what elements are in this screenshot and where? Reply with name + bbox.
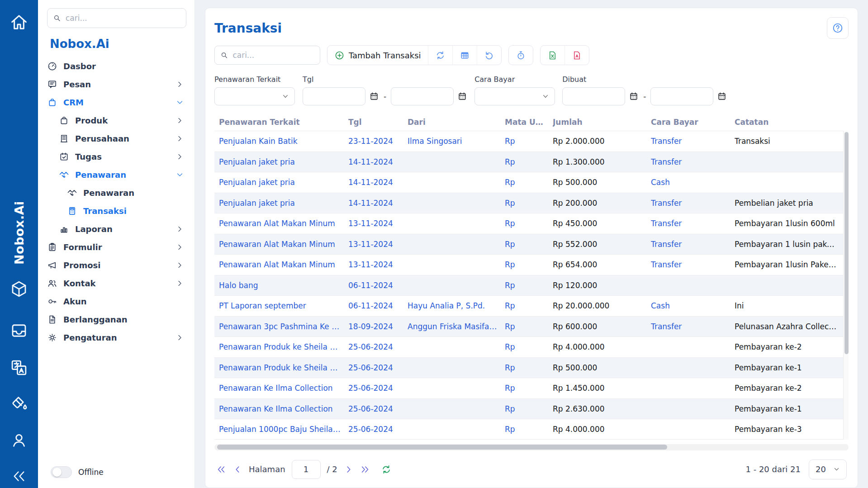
sidebar-item-penawaran-sub[interactable]: Penawaran <box>47 184 186 202</box>
cell-cara-bayar[interactable]: Transfer <box>651 199 735 208</box>
table-row[interactable]: Penawaran Alat Makan Minum13-11-2024RpRp… <box>214 234 843 255</box>
sidebar-item-tugas[interactable]: Tugas <box>47 147 186 166</box>
table-row[interactable]: Penjualan jaket pria14-11-2024RpRp 1.300… <box>214 152 843 172</box>
sidebar-item-berlangganan[interactable]: Berlangganan <box>47 310 186 328</box>
sidebar-search[interactable] <box>47 8 186 28</box>
cell-cara-bayar[interactable]: Transfer <box>651 322 735 331</box>
cell-mata-uang[interactable]: Rp <box>505 157 553 166</box>
cell-cara-bayar[interactable]: Transfer <box>651 240 735 249</box>
cell-tgl[interactable]: 06-11-2024 <box>348 301 408 310</box>
sidebar-item-produk[interactable]: Produk <box>47 111 186 129</box>
calendar-icon[interactable] <box>717 91 727 101</box>
stopwatch-button[interactable] <box>509 46 533 65</box>
filter-tgl-to-input[interactable] <box>391 87 454 105</box>
cell-mata-uang[interactable]: Rp <box>505 425 553 434</box>
cell-cara-bayar[interactable]: Cash <box>651 178 735 187</box>
package-icon[interactable] <box>9 280 28 298</box>
cell-mata-uang[interactable]: Rp <box>505 322 553 331</box>
cell-mata-uang[interactable]: Rp <box>505 384 553 393</box>
filter-dibuat-from-input[interactable] <box>562 87 625 105</box>
cell-tgl[interactable]: 13-11-2024 <box>348 240 408 249</box>
sidebar-item-perusahaan[interactable]: Perusahaan <box>47 129 186 147</box>
table-row[interactable]: Penjualan Kain Batik23-11-2024Ilma Singo… <box>214 131 843 152</box>
filter-cara-bayar-select[interactable] <box>474 87 555 105</box>
filter-dibuat-to-input[interactable] <box>650 87 713 105</box>
cell-penawaran-terkait[interactable]: Penawaran Alat Makan Minum <box>219 240 348 249</box>
cell-mata-uang[interactable]: Rp <box>505 301 553 310</box>
table-row[interactable]: Penjualan jaket pria14-11-2024RpRp 200.0… <box>214 193 843 213</box>
inbox-icon[interactable] <box>9 321 28 340</box>
cell-tgl[interactable]: 13-11-2024 <box>348 260 408 269</box>
sidebar-item-pengaturan[interactable]: Pengaturan <box>47 328 186 346</box>
horizontal-scrollbar-thumb[interactable] <box>217 445 667 450</box>
offline-toggle[interactable] <box>51 466 72 478</box>
column-header-penawaran-terkait[interactable]: Penawaran Terkait <box>219 118 348 127</box>
cell-tgl[interactable]: 25-06-2024 <box>348 404 408 413</box>
cell-mata-uang[interactable]: Rp <box>505 363 553 372</box>
cell-penawaran-terkait[interactable]: Penjualan jaket pria <box>219 178 348 187</box>
refresh-button[interactable] <box>428 46 452 65</box>
last-page-icon[interactable] <box>360 464 370 474</box>
sidebar-item-kontak[interactable]: Kontak <box>47 274 186 292</box>
cell-tgl[interactable]: 25-06-2024 <box>348 425 408 434</box>
cell-penawaran-terkait[interactable]: Penawaran Produk ke Sheila C… <box>219 342 348 351</box>
sidebar-item-promosi[interactable]: Promosi <box>47 256 186 274</box>
sidebar-item-pesan[interactable]: Pesan <box>47 75 186 93</box>
next-page-icon[interactable] <box>344 464 354 474</box>
table-row[interactable]: Penawaran Produk ke Sheila C…25-06-2024R… <box>214 336 843 357</box>
cell-penawaran-terkait[interactable]: Penjualan jaket pria <box>219 157 348 166</box>
export-pdf-button[interactable] <box>564 46 589 65</box>
column-header-jumlah[interactable]: Jumlah <box>553 118 651 127</box>
cell-tgl[interactable]: 23-11-2024 <box>348 137 408 146</box>
cell-dari[interactable]: Ilma Singosari <box>408 137 505 146</box>
paint-bucket-icon[interactable] <box>9 393 28 412</box>
sidebar-item-formulir[interactable]: Formulir <box>47 238 186 256</box>
cell-tgl[interactable]: 14-11-2024 <box>348 157 408 166</box>
column-header-mata-uang[interactable]: Mata Ua… <box>505 118 553 127</box>
table-row[interactable]: Penawaran 3pc Pashmina Ke A…18-09-2024An… <box>214 316 843 337</box>
vertical-scrollbar-thumb[interactable] <box>844 132 849 354</box>
sidebar-item-akun[interactable]: Akun <box>47 292 186 310</box>
table-row[interactable]: Penjualan jaket pria14-11-2024RpRp 500.0… <box>214 172 843 193</box>
cell-tgl[interactable]: 25-06-2024 <box>348 363 408 372</box>
cell-tgl[interactable]: 13-11-2024 <box>348 219 408 228</box>
table-row[interactable]: Penawaran Alat Makan Minum13-11-2024RpRp… <box>214 213 843 234</box>
cell-dari[interactable]: Anggun Friska Masifat… <box>408 322 505 331</box>
cell-cara-bayar[interactable]: Transfer <box>651 157 735 166</box>
cell-penawaran-terkait[interactable]: Penjualan Kain Batik <box>219 137 348 146</box>
cell-penawaran-terkait[interactable]: Penawaran Ke Ilma Collection <box>219 384 348 393</box>
filter-penawaran-select[interactable] <box>214 87 295 105</box>
cell-tgl[interactable]: 14-11-2024 <box>348 199 408 208</box>
column-header-cara-bayar[interactable]: Cara Bayar <box>651 118 735 127</box>
table-search[interactable] <box>214 46 320 65</box>
table-row[interactable]: Penawaran Ke Ilma Collection25-06-2024Rp… <box>214 378 843 398</box>
cell-dari[interactable]: Hayu Analia P, S.Pd. <box>408 301 505 310</box>
table-row[interactable]: PT Laporan september06-11-2024Hayu Anali… <box>214 295 843 316</box>
sidebar-item-transaksi-sub[interactable]: Transaksi <box>47 202 186 220</box>
sidebar-item-crm[interactable]: CRM <box>47 93 186 111</box>
cell-cara-bayar[interactable]: Transfer <box>651 137 735 146</box>
cell-mata-uang[interactable]: Rp <box>505 240 553 249</box>
cell-penawaran-terkait[interactable]: Penawaran 3pc Pashmina Ke A… <box>219 322 348 331</box>
cell-tgl[interactable]: 06-11-2024 <box>348 281 408 290</box>
cell-cara-bayar[interactable]: Transfer <box>651 219 735 228</box>
cell-mata-uang[interactable]: Rp <box>505 404 553 413</box>
cell-penawaran-terkait[interactable]: Penawaran Alat Makan Minum <box>219 260 348 269</box>
table-row[interactable]: Penawaran Alat Makan Minum13-11-2024RpRp… <box>214 254 843 275</box>
table-row[interactable]: Penjualan 1000pc Baju Sheila …25-06-2024… <box>214 419 843 440</box>
cell-cara-bayar[interactable]: Transfer <box>651 260 735 269</box>
sidebar-item-penawaran[interactable]: Penawaran <box>47 166 186 184</box>
cell-tgl[interactable]: 18-09-2024 <box>348 322 408 331</box>
cell-mata-uang[interactable]: Rp <box>505 342 553 351</box>
previous-page-icon[interactable] <box>232 464 242 474</box>
calendar-icon[interactable] <box>457 91 467 101</box>
table-row[interactable]: Penawaran Ke Ilma Collection25-06-2024Rp… <box>214 398 843 419</box>
table-row[interactable]: Penawaran Produk ke Sheila C…25-06-2024R… <box>214 357 843 378</box>
column-header-dari[interactable]: Dari <box>408 118 505 127</box>
table-view-button[interactable] <box>452 46 477 65</box>
calendar-icon[interactable] <box>369 91 379 101</box>
column-header-tgl[interactable]: Tgl <box>348 118 408 127</box>
page-size-select[interactable]: 20 <box>809 460 847 479</box>
export-excel-button[interactable] <box>541 46 564 65</box>
undo-button[interactable] <box>477 46 501 65</box>
